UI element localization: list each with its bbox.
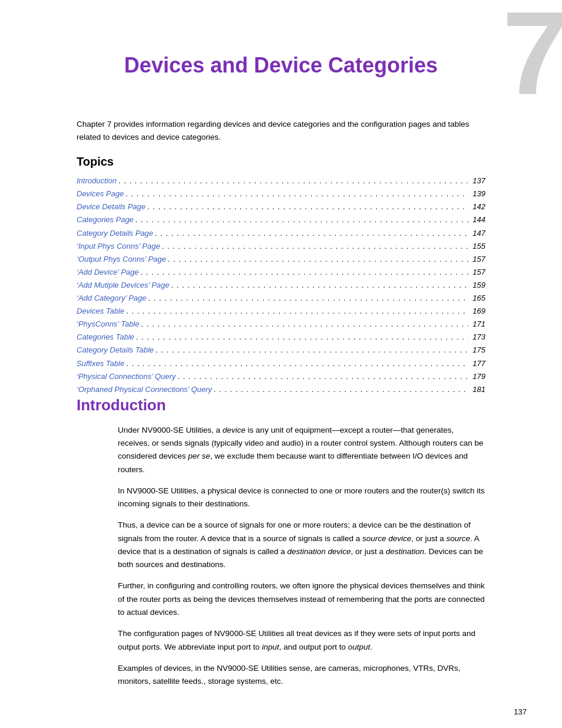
toc-item-page: 157	[472, 253, 485, 266]
toc-item-title: ‘Output Phys Conns’ Page	[77, 253, 166, 266]
toc-item-title: Devices Page	[77, 187, 124, 200]
body-paragraph: In NV9000-SE Utilities, a physical devic…	[118, 485, 485, 511]
toc-item-title: Suffixes Table	[77, 357, 124, 370]
toc-item[interactable]: Category Details Table175	[77, 344, 485, 357]
toc-item[interactable]: Suffixes Table177	[77, 357, 485, 370]
toc-item-title: Introduction	[77, 174, 117, 187]
toc-item-page: 147	[472, 227, 485, 240]
toc-item-dots	[168, 253, 469, 266]
introduction-body: Under NV9000-SE Utilities, a device is a…	[77, 424, 485, 689]
toc-item-page: 171	[472, 318, 485, 331]
toc-item-page: 157	[472, 266, 485, 279]
toc-item-title: ‘Input Phys Conns’ Page	[77, 240, 160, 253]
body-paragraph: Examples of devices, in the NV9000-SE Ut…	[118, 662, 485, 689]
body-paragraph: Further, in configuring and controlling …	[118, 579, 485, 619]
toc-item-page: 137	[472, 174, 485, 187]
toc-item-title: ‘Physical Connections’ Query	[77, 370, 176, 383]
toc-item-page: 173	[472, 331, 485, 344]
page: 7 Devices and Device Categories Chapter …	[0, 0, 562, 728]
toc-item-page: 155	[472, 240, 485, 253]
toc-item-title: Category Details Table	[77, 344, 154, 357]
toc-item-dots	[126, 357, 468, 370]
toc-item-title: ‘Orphaned Physical Connections’ Query	[77, 383, 212, 396]
content-area: Chapter 7 provides information regarding…	[0, 118, 562, 720]
toc-item[interactable]: Categories Page144	[77, 213, 485, 226]
toc-item[interactable]: Categories Table173	[77, 331, 485, 344]
toc-item-dots	[156, 344, 468, 357]
toc-item-page: 144	[472, 213, 485, 226]
toc-item-page: 165	[472, 292, 485, 305]
toc-item[interactable]: Devices Table169	[77, 305, 485, 318]
toc-item-dots	[118, 174, 468, 187]
toc-item[interactable]: ‘Output Phys Conns’ Page157	[77, 253, 485, 266]
toc-item-dots	[155, 227, 468, 240]
toc-item-title: Device Details Page	[77, 200, 146, 213]
toc-item-dots	[171, 279, 469, 292]
chapter-intro-paragraph: Chapter 7 provides information regarding…	[77, 118, 485, 143]
toc-item-dots	[136, 331, 468, 344]
toc-item-dots	[125, 187, 468, 200]
toc-item-dots	[148, 292, 469, 305]
toc-item-dots	[141, 266, 469, 279]
toc-item[interactable]: ‘PhysConns’ Table171	[77, 318, 485, 331]
toc-item[interactable]: Devices Page139	[77, 187, 485, 200]
toc-item[interactable]: ‘Input Phys Conns’ Page155	[77, 240, 485, 253]
toc-item-title: ‘Add Category’ Page	[77, 292, 147, 305]
toc-item-page: 177	[472, 357, 485, 370]
toc-item-page: 159	[472, 279, 485, 292]
toc-item-page: 175	[472, 344, 485, 357]
toc-item-dots	[135, 213, 468, 226]
toc-item-dots	[141, 318, 468, 331]
toc-item-page: 169	[472, 305, 485, 318]
body-paragraph: Thus, a device can be a source of signal…	[118, 519, 485, 571]
toc-item-title: Categories Table	[77, 331, 134, 344]
toc-item-dots	[126, 305, 468, 318]
toc-item-dots	[147, 200, 468, 213]
toc-item-title: Categories Page	[77, 213, 134, 226]
chapter-title: Devices and Device Categories	[35, 18, 527, 95]
header-area: Devices and Device Categories	[0, 0, 562, 118]
toc-item-title: Category Details Page	[77, 227, 153, 240]
toc-item[interactable]: ‘Orphaned Physical Connections’ Query181	[77, 383, 485, 396]
page-number: 137	[514, 707, 527, 716]
toc-item[interactable]: ‘Add Device’ Page157	[77, 266, 485, 279]
introduction-heading: Introduction	[77, 396, 485, 414]
topics-heading: Topics	[77, 155, 485, 169]
toc-list: Introduction137Devices Page139Device Det…	[77, 174, 485, 396]
body-paragraph: The configuration pages of NV9000-SE Uti…	[118, 627, 485, 654]
toc-item-page: 181	[472, 383, 485, 396]
toc-item[interactable]: Category Details Page147	[77, 227, 485, 240]
toc-item-page: 142	[472, 200, 485, 213]
toc-item[interactable]: ‘Add Mutiple Devices’ Page159	[77, 279, 485, 292]
toc-item[interactable]: Device Details Page142	[77, 200, 485, 213]
toc-item-dots	[162, 240, 469, 253]
toc-item-dots	[214, 383, 469, 396]
body-paragraph: Under NV9000-SE Utilities, a device is a…	[118, 424, 485, 476]
toc-item-title: ‘Add Device’ Page	[77, 266, 139, 279]
toc-item[interactable]: ‘Physical Connections’ Query179	[77, 370, 485, 383]
toc-item-title: ‘PhysConns’ Table	[77, 318, 139, 331]
toc-item[interactable]: Introduction137	[77, 174, 485, 187]
toc-item[interactable]: ‘Add Category’ Page165	[77, 292, 485, 305]
toc-item-dots	[177, 370, 468, 383]
toc-item-title: ‘Add Mutiple Devices’ Page	[77, 279, 170, 292]
toc-item-page: 179	[472, 370, 485, 383]
toc-item-title: Devices Table	[77, 305, 124, 318]
toc-item-page: 139	[472, 187, 485, 200]
